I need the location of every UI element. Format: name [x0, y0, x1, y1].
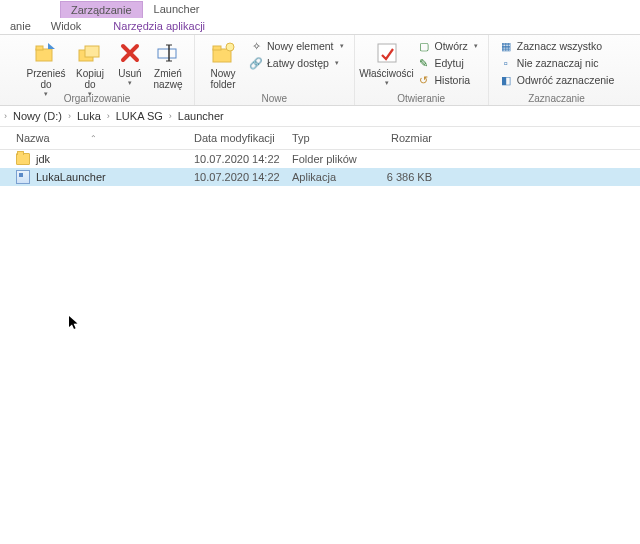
group-open-label: Otwieranie — [355, 93, 488, 105]
history-button[interactable]: ↺ Historia — [413, 72, 482, 88]
rename-button[interactable]: Zmień nazwę — [148, 37, 188, 90]
ribbon: Przenieś do▾ Kopiuj do▾ Usuń▾ Zmień nazw… — [0, 35, 640, 106]
chevron-right-icon: › — [68, 111, 71, 121]
open-button[interactable]: ▢ Otwórz▾ — [413, 38, 482, 54]
invert-selection-button[interactable]: ◧ Odwróć zaznaczenie — [495, 72, 618, 88]
file-list[interactable]: Nazwa ⌃ Data modyfikacji Typ Rozmiar jdk… — [0, 127, 640, 544]
new-folder-icon — [210, 39, 236, 67]
select-all-icon: ▦ — [499, 39, 513, 53]
file-date: 10.07.2020 14:22 — [194, 153, 292, 165]
svg-point-10 — [226, 43, 234, 51]
group-organize-label: Organizowanie — [0, 93, 194, 105]
file-type: Aplikacja — [292, 171, 372, 183]
file-name: jdk — [36, 153, 50, 165]
delete-button[interactable]: Usuń▾ — [112, 37, 148, 87]
invert-selection-icon: ◧ — [499, 73, 513, 87]
group-select-label: Zaznaczanie — [489, 93, 624, 105]
breadcrumb-item[interactable]: Launcher — [176, 110, 226, 122]
rename-icon — [156, 39, 180, 67]
edit-button[interactable]: ✎ Edytuj — [413, 55, 482, 71]
breadcrumb-item[interactable]: LUKA SG — [114, 110, 165, 122]
properties-button[interactable]: Właściwości▾ — [361, 37, 413, 87]
select-none-icon: ▫ — [499, 56, 513, 70]
open-icon: ▢ — [417, 39, 431, 53]
chevron-right-icon: › — [107, 111, 110, 121]
group-new: Nowy folder ✧ Nowy element▾ 🔗 Łatwy dost… — [195, 35, 355, 105]
chevron-right-icon: › — [4, 111, 7, 121]
sort-indicator-icon: ⌃ — [90, 134, 97, 143]
svg-rect-4 — [158, 49, 176, 58]
easy-access-button[interactable]: 🔗 Łatwy dostęp▾ — [245, 55, 348, 71]
table-row[interactable]: jdk10.07.2020 14:22Folder plików — [0, 150, 640, 168]
chevron-right-icon: › — [169, 111, 172, 121]
new-item-icon: ✧ — [249, 39, 263, 53]
copy-to-icon — [77, 39, 103, 67]
col-type[interactable]: Typ — [292, 132, 372, 144]
select-all-button[interactable]: ▦ Zaznacz wszystko — [495, 38, 618, 54]
group-organize: Przenieś do▾ Kopiuj do▾ Usuń▾ Zmień nazw… — [0, 35, 195, 105]
file-type: Folder plików — [292, 153, 372, 165]
group-open: Właściwości▾ ▢ Otwórz▾ ✎ Edytuj ↺ Histor… — [355, 35, 489, 105]
col-date[interactable]: Data modyfikacji — [194, 132, 292, 144]
move-to-button[interactable]: Przenieś do▾ — [24, 37, 68, 98]
context-tab[interactable]: Zarządzanie — [60, 1, 143, 18]
mouse-cursor-icon — [69, 316, 79, 330]
title-tabs: Zarządzanie Launcher — [0, 0, 640, 18]
breadcrumb-item[interactable]: Luka — [75, 110, 103, 122]
col-name[interactable]: Nazwa — [16, 132, 50, 144]
file-name: LukaLauncher — [36, 171, 106, 183]
window-title: Launcher — [143, 0, 211, 18]
column-headers[interactable]: Nazwa ⌃ Data modyfikacji Typ Rozmiar — [0, 127, 640, 150]
col-size[interactable]: Rozmiar — [372, 132, 432, 144]
history-icon: ↺ — [417, 73, 431, 87]
file-size: 6 386 KB — [372, 171, 432, 183]
move-to-icon — [33, 39, 59, 67]
tab-app-tools[interactable]: Narzędzia aplikacji — [103, 20, 215, 32]
tab-view[interactable]: Widok — [41, 20, 92, 32]
ribbon-tabs: anie Widok Narzędzia aplikacji — [0, 18, 640, 35]
group-new-label: Nowe — [195, 93, 354, 105]
group-select: ▦ Zaznacz wszystko ▫ Nie zaznaczaj nic ◧… — [489, 35, 624, 105]
new-folder-button[interactable]: Nowy folder — [201, 37, 245, 90]
breadcrumb[interactable]: › Nowy (D:) › Luka › LUKA SG › Launcher — [0, 106, 640, 127]
file-date: 10.07.2020 14:22 — [194, 171, 292, 183]
edit-icon: ✎ — [417, 56, 431, 70]
easy-access-icon: 🔗 — [249, 56, 263, 70]
properties-icon — [375, 39, 399, 67]
tab-share[interactable]: anie — [0, 20, 41, 32]
svg-rect-0 — [36, 49, 52, 61]
application-icon — [16, 170, 30, 184]
folder-icon — [16, 152, 30, 166]
svg-rect-1 — [36, 46, 43, 50]
svg-rect-3 — [85, 46, 99, 57]
breadcrumb-item[interactable]: Nowy (D:) — [11, 110, 64, 122]
new-item-button[interactable]: ✧ Nowy element▾ — [245, 38, 348, 54]
copy-to-button[interactable]: Kopiuj do▾ — [68, 37, 112, 98]
svg-rect-9 — [213, 46, 221, 50]
select-none-button[interactable]: ▫ Nie zaznaczaj nic — [495, 55, 618, 71]
table-row[interactable]: LukaLauncher10.07.2020 14:22Aplikacja6 3… — [0, 168, 640, 186]
delete-icon — [119, 39, 141, 67]
